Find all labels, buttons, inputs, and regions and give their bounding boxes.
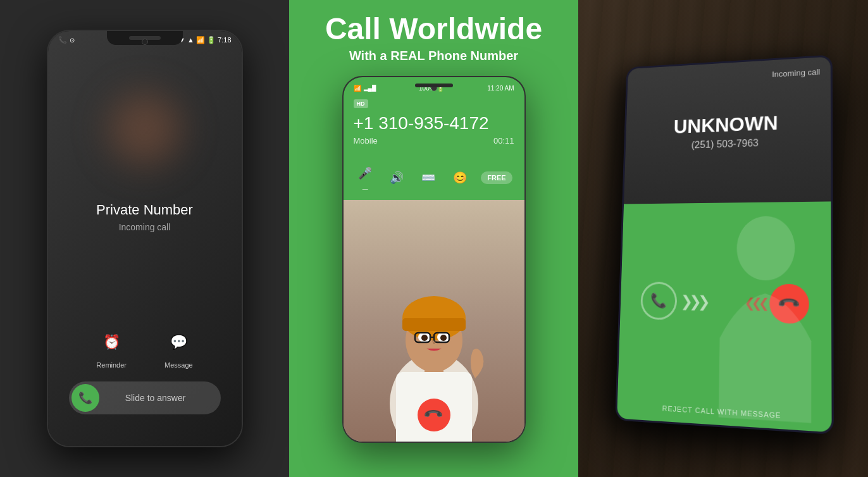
speaker-icon: 🔊 [387,168,407,188]
keypad-icon: ⌨️ [418,168,438,188]
mute-icon: 🎤 [355,163,375,183]
signal-icon-2: ▂▄█ [364,85,376,91]
keypad-button[interactable]: ⌨️ [418,168,438,188]
phone-device-2: 📶 ▂▄█ 100% 🔋 11:20 AM HD +1 310-935-4172… [342,76,526,443]
incoming-screen-top: Incoming call UNKNOWN (251) 503-7963 [624,57,831,204]
phone-screen-3: Incoming call UNKNOWN (251) 503-7963 [617,57,832,433]
phone-camera-1 [142,39,148,45]
phone-device-3: Incoming call UNKNOWN (251) 503-7963 [615,54,834,435]
answer-phone-icon: 📞 [650,292,667,309]
caller-info: Private Number Incoming call [96,113,193,232]
panel-2-subtitle: With a REAL Phone Number [325,49,542,63]
phone-device-1: 📞 ⊙ ●▼▲ 📶 🔋 ● ▼ ▲ 📶 🔋 7:18 Private Numbe… [47,30,243,447]
mute-button[interactable]: 🎤 — [355,163,375,192]
dot-icon: ⊙ [70,37,75,44]
panel-2-header: Call Worldwide With a REAL Phone Number [313,0,555,70]
reminder-label: Reminder [96,361,127,369]
phone-screen-2: 📶 ▂▄█ 100% 🔋 11:20 AM HD +1 310-935-4172… [344,77,524,442]
reminder-action[interactable]: ⏰ Reminder [96,328,127,369]
silhouette-svg [699,201,832,432]
slide-text: Slide to answer [99,393,218,403]
phone-speaker-2 [415,84,453,87]
panel-call-worldwide: Call Worldwide With a REAL Phone Number … [289,0,578,477]
panel-2-title: Call Worldwide [325,13,542,46]
unknown-number: (251) 503-7963 [691,138,759,151]
message-label: Message [164,361,193,369]
hd-badge: HD [354,99,368,108]
answer-button[interactable]: 📞 [71,384,99,412]
mute-label: — [363,186,368,192]
phone-screen-1: 📞 ⊙ ●▼▲ 📶 🔋 ● ▼ ▲ 📶 🔋 7:18 Private Numbe… [48,31,242,446]
incoming-screen-bottom: 📞 ❯❯❯ ❮❮❮ 📞 REJECT CALL WITH MESSAGE [617,201,832,432]
call-controls: 🎤 — 🔊 ⌨️ 😊 FREE [344,156,524,200]
wifi-icon-2: 📶 [354,85,361,92]
caller-status: Incoming call [119,222,171,232]
caller-photo: 📞 [344,200,524,442]
call-type: Mobile [354,136,378,146]
phone-call-icon: 📞 [58,36,67,44]
svg-point-8 [440,335,447,341]
message-icon: 💬 [164,328,192,356]
call-duration: 00:11 [493,136,514,146]
emoji-button[interactable]: 😊 [450,168,470,188]
panel-unknown-call: Incoming call UNKNOWN (251) 503-7963 [578,0,868,477]
speaker-button[interactable]: 🔊 [387,168,407,188]
call-action-buttons: ⏰ Reminder 💬 Message [96,328,192,369]
free-badge: FREE [481,171,512,184]
panel-incoming-call: 📞 ⊙ ●▼▲ 📶 🔋 ● ▼ ▲ 📶 🔋 7:18 Private Numbe… [0,0,289,477]
incoming-call-label: Incoming call [772,67,820,79]
emoji-icon: 😊 [450,168,470,188]
silhouette-bg [699,201,832,432]
answer-call-button[interactable]: 📞 [640,282,678,320]
answer-group: 📞 ❯❯❯ [640,282,707,321]
phone-answer-icon: 📞 [78,391,92,405]
unknown-caller-info: UNKNOWN (251) 503-7963 [673,112,778,152]
reminder-icon: ⏰ [97,328,125,356]
status-left: 📞 ⊙ [58,36,75,44]
status-icons-left: 📶 ▂▄█ [354,85,376,92]
time-2: 11:20 AM [487,85,514,92]
end-call-button[interactable]: 📞 [418,399,450,431]
avatar-blur [104,88,186,170]
phone-number-display: +1 310-935-4172 [354,113,514,133]
svg-rect-4 [402,318,466,331]
call-screen: Private Number Incoming call ⏰ Reminder … [56,50,233,446]
end-call-icon: 📞 [423,404,445,426]
svg-point-13 [736,216,795,281]
slide-to-answer[interactable]: 📞 Slide to answer [69,381,221,414]
svg-point-7 [421,335,428,341]
call-info-row: Mobile 00:11 [354,136,514,146]
caller-name: Private Number [96,202,193,218]
message-action[interactable]: 💬 Message [164,328,193,369]
unknown-name: UNKNOWN [673,112,778,139]
